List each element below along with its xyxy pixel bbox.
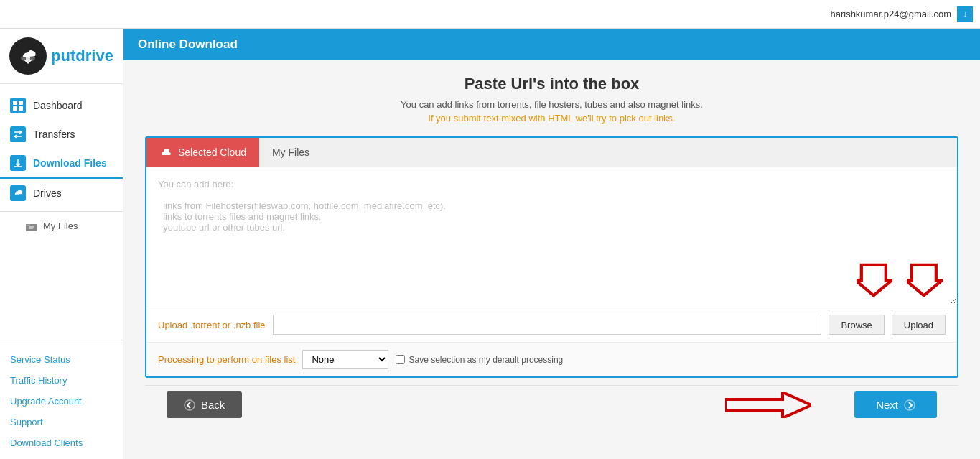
my-files-label: My Files: [43, 221, 78, 231]
next-label: Next: [876, 399, 898, 411]
sidebar-item-label: Dashboard: [33, 100, 83, 111]
top-bar: harishkumar.p24@gmail.com ↓: [0, 0, 980, 29]
service-status-link[interactable]: Service Status: [0, 349, 123, 370]
logo-icon: [9, 37, 47, 75]
save-default-label[interactable]: Save selection as my derault processing: [396, 355, 563, 365]
cloud-tab-icon: [159, 147, 172, 157]
bottom-bar: Back Next: [145, 385, 958, 424]
svg-rect-5: [19, 106, 23, 111]
my-files-tab-label: My Files: [272, 147, 309, 158]
tab-my-files[interactable]: My Files: [259, 138, 322, 167]
sidebar-item-label: Drives: [33, 187, 62, 199]
sidebar-item-my-files[interactable]: My Files: [0, 215, 123, 236]
svg-marker-13: [725, 392, 811, 418]
user-info: harishkumar.p24@gmail.com ↓: [830, 6, 973, 22]
sidebar-item-label: Download Files: [33, 157, 107, 169]
transfers-icon: [10, 126, 26, 142]
save-default-checkbox[interactable]: [396, 355, 405, 364]
sidebar-item-label: Transfers: [33, 129, 75, 140]
processing-select[interactable]: None: [302, 350, 388, 369]
svg-point-12: [185, 400, 195, 410]
page-subtitle2: If you submit text mixed with HTML we'll…: [145, 113, 958, 124]
my-files-icon: [26, 221, 37, 231]
page-header: Online Download: [123, 29, 980, 60]
logo-text: putdrive: [51, 47, 113, 65]
svg-rect-3: [19, 101, 23, 105]
download-clients-link[interactable]: Download Clients: [0, 432, 123, 453]
sidebar-footer: Service Status Traffic History Upgrade A…: [0, 343, 123, 459]
sidebar-nav: Dashboard Transfers: [0, 84, 123, 343]
page-subtitle1: You can add links from torrents, file ho…: [145, 99, 958, 110]
url-textarea[interactable]: [146, 167, 957, 304]
drives-icon: [10, 185, 26, 201]
browse-button[interactable]: Browse: [829, 315, 884, 335]
next-area: Next: [725, 391, 937, 418]
sidebar-item-transfers[interactable]: Transfers: [0, 120, 123, 149]
main-layout: putdrive Dashboard: [0, 29, 980, 459]
processing-label: Processing to perform on files list: [158, 354, 295, 365]
user-email: harishkumar.p24@gmail.com: [830, 9, 951, 19]
sidebar: putdrive Dashboard: [0, 29, 123, 459]
svg-point-14: [905, 400, 915, 410]
upgrade-account-link[interactable]: Upgrade Account: [0, 391, 123, 412]
sidebar-logo: putdrive: [0, 29, 123, 84]
page-content: Paste Url's into the box You can add lin…: [123, 60, 980, 459]
traffic-history-link[interactable]: Traffic History: [0, 370, 123, 391]
svg-rect-4: [13, 106, 17, 111]
back-label: Back: [201, 399, 225, 411]
support-link[interactable]: Support: [0, 412, 123, 432]
upload-container: Selected Cloud My Files: [145, 136, 958, 378]
upload-button[interactable]: Upload: [892, 315, 946, 335]
next-arrow-red: [725, 392, 811, 418]
dashboard-icon: [10, 98, 26, 113]
content-area: Online Download Paste Url's into the box…: [123, 29, 980, 459]
divider: [0, 211, 123, 212]
next-icon: [904, 399, 915, 411]
sidebar-item-dashboard[interactable]: Dashboard: [0, 91, 123, 120]
back-button[interactable]: Back: [167, 391, 242, 418]
next-button[interactable]: Next: [854, 391, 937, 418]
page-title: Paste Url's into the box: [145, 75, 958, 93]
download-icon[interactable]: ↓: [957, 6, 973, 22]
back-icon: [184, 399, 195, 411]
selected-cloud-label: Selected Cloud: [178, 147, 246, 158]
processing-row: Processing to perform on files list None…: [146, 342, 957, 376]
upload-label: Upload .torrent or .nzb file: [158, 320, 266, 330]
file-path-input[interactable]: [273, 315, 822, 335]
sidebar-item-download-files[interactable]: Download Files: [0, 149, 123, 179]
url-input-wrapper: [146, 167, 957, 307]
download-files-icon: [10, 155, 26, 171]
sidebar-item-drives[interactable]: Drives: [0, 179, 123, 208]
upload-row: Upload .torrent or .nzb file Browse Uplo…: [146, 307, 957, 342]
cloud-tabs: Selected Cloud My Files: [146, 138, 957, 167]
svg-rect-2: [13, 101, 17, 105]
page-header-title: Online Download: [138, 37, 238, 51]
save-default-text: Save selection as my derault processing: [409, 355, 563, 365]
tab-selected-cloud[interactable]: Selected Cloud: [146, 138, 259, 167]
